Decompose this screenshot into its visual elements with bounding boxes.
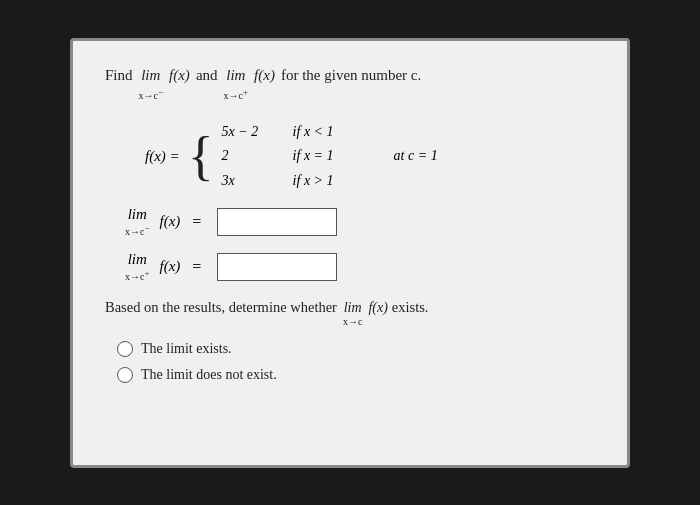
lim-block-1: lim x→c−	[125, 206, 150, 237]
determine-lim-word: lim	[344, 300, 362, 316]
lim-sub-1: x→c−	[125, 223, 150, 237]
determine-line: Based on the results, determine whether …	[105, 299, 595, 327]
case-expr-1: 5x − 2	[222, 121, 277, 143]
find-label: Find	[105, 65, 133, 86]
cases-table: 5x − 2 if x < 1 2 if x = 1 at c = 1 3x i…	[222, 121, 438, 192]
lim1-word: lim	[141, 65, 160, 86]
answer-row-1: lim x→c− f(x) =	[125, 206, 595, 237]
problem-header: Find lim x→c− f(x) and lim x→c+ f(x) for…	[105, 65, 595, 103]
answer-input-1[interactable]	[217, 208, 337, 236]
lim-block-2: lim x→c+	[125, 251, 150, 282]
determine-fx: f(x)	[368, 300, 387, 316]
lim2-word: lim	[226, 65, 245, 86]
main-panel: Find lim x→c− f(x) and lim x→c+ f(x) for…	[70, 38, 630, 468]
answer-input-2[interactable]	[217, 253, 337, 281]
limit-answer-section: lim x→c− f(x) = lim x→c+ f(x) =	[125, 206, 595, 283]
brace-container: { 5x − 2 if x < 1 2 if x = 1 at c = 1 3x…	[188, 121, 438, 192]
fx-ans-2: f(x)	[160, 258, 181, 275]
radio-option-1[interactable]: The limit exists.	[117, 341, 595, 357]
radio-label-1: The limit exists.	[141, 341, 232, 357]
case-cond-1: if x < 1	[293, 121, 358, 143]
case-row-3: 3x if x > 1	[222, 170, 438, 192]
case-row-1: 5x − 2 if x < 1	[222, 121, 438, 143]
fx-label-1: f(x)	[169, 65, 190, 86]
eq-2: =	[192, 258, 201, 276]
eq-1: =	[192, 213, 201, 231]
radio-circle-2[interactable]	[117, 367, 133, 383]
piecewise-function: f(x) = { 5x − 2 if x < 1 2 if x = 1 at c…	[145, 121, 595, 192]
lim2-sub: x→c+	[224, 86, 249, 103]
fx-label-2: f(x)	[254, 65, 275, 86]
radio-option-2[interactable]: The limit does not exist.	[117, 367, 595, 383]
case-cond-2: if x = 1	[293, 145, 358, 167]
lim-word-1: lim	[128, 206, 147, 223]
piecewise-label: f(x) =	[145, 148, 180, 165]
and-label: and	[196, 65, 218, 86]
at-c-label: at c = 1	[394, 145, 438, 167]
case-expr-3: 3x	[222, 170, 277, 192]
for-text: for the given number c.	[281, 65, 421, 86]
lim-sub-2: x→c+	[125, 268, 150, 282]
case-row-2: 2 if x = 1 at c = 1	[222, 145, 438, 167]
left-brace: {	[188, 129, 214, 183]
answer-row-2: lim x→c+ f(x) =	[125, 251, 595, 282]
radio-circle-1[interactable]	[117, 341, 133, 357]
determine-intro: Based on the results, determine whether	[105, 299, 337, 316]
radio-label-2: The limit does not exist.	[141, 367, 277, 383]
case-expr-2: 2	[222, 145, 277, 167]
fx-ans-1: f(x)	[160, 213, 181, 230]
lim-word-2: lim	[128, 251, 147, 268]
lim1-sub: x→c−	[139, 86, 164, 103]
determine-section: Based on the results, determine whether …	[105, 299, 595, 383]
case-cond-3: if x > 1	[293, 170, 358, 192]
determine-suffix: exists.	[392, 299, 429, 316]
determine-lim-sub: x→c	[343, 316, 362, 327]
